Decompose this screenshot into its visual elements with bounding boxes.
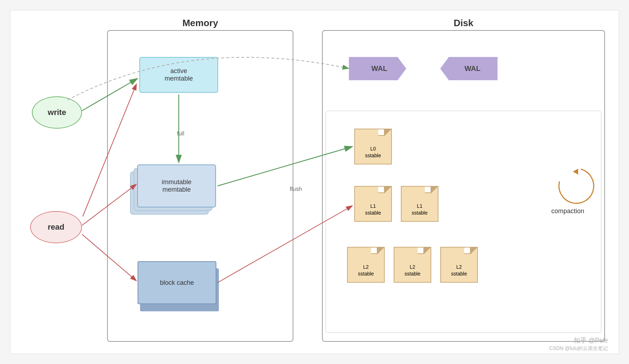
memory-title: Memory	[107, 18, 293, 29]
read-label: read	[48, 222, 64, 232]
write-label: write	[48, 108, 66, 117]
diagram-container: write read Memory active memtable full i…	[10, 10, 619, 354]
write-node: write	[32, 96, 82, 129]
l1a-label: L1sstable	[365, 203, 381, 217]
l2b-label: L2sstable	[404, 264, 420, 278]
active-memtable-label: active memtable	[164, 67, 193, 82]
l0-sstable: L0sstable	[354, 129, 392, 164]
l2a-sstable: L2sstable	[347, 247, 385, 283]
flush-label: flush	[290, 186, 302, 192]
l2c-label: L2sstable	[451, 264, 467, 278]
l2b-sstable: L2sstable	[394, 247, 431, 283]
wal1-label: WAL	[371, 64, 387, 73]
wal2-label: WAL	[465, 64, 480, 73]
full-label: full	[177, 130, 184, 137]
l1b-label: L1sstable	[412, 203, 427, 217]
l0-label: L0sstable	[365, 145, 381, 159]
compaction-label: compaction	[551, 207, 584, 215]
compaction-arrow-svg	[573, 169, 584, 179]
l2a-label: L2sstable	[358, 264, 374, 278]
block-cache: block cache	[138, 261, 216, 304]
l1b-sstable: L1sstable	[401, 186, 438, 222]
watermark: 知乎 @Pele	[574, 336, 608, 345]
immutable-memtable-label: immutable memtable	[162, 178, 191, 193]
csdn-label: CSDN @lulu的云原生笔记	[549, 345, 608, 352]
svg-marker-0	[573, 169, 578, 174]
immutable-memtable: immutable memtable	[137, 164, 216, 207]
active-memtable: active memtable	[139, 57, 218, 93]
wal-right: WAL	[440, 57, 498, 80]
wal-left: WAL	[349, 57, 406, 80]
disk-title: Disk	[322, 18, 605, 29]
read-node: read	[30, 211, 82, 243]
block-cache-label: block cache	[160, 279, 194, 287]
l2c-sstable: L2sstable	[440, 247, 478, 283]
l1a-sstable: L1sstable	[354, 186, 392, 222]
